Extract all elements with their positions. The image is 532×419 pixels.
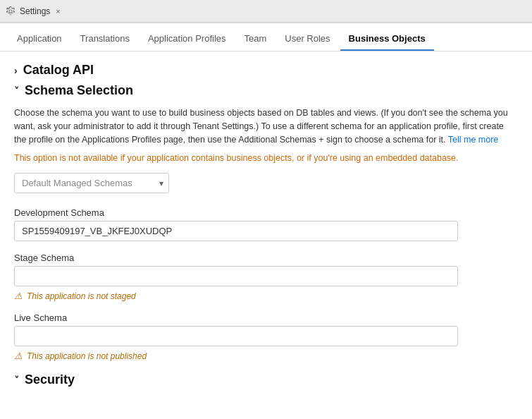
development-schema-label: Development Schema [14,207,518,218]
catalog-api-section-header[interactable]: › Catalog API [14,63,518,78]
security-section-header[interactable]: ˅ Security [14,372,518,387]
stage-schema-warning-text: This application is not staged [27,291,136,301]
chevron-down-icon-security: ˅ [14,375,19,386]
tab-application[interactable]: Application [8,28,70,51]
live-schema-input[interactable] [14,326,458,346]
tab-user-roles[interactable]: User Roles [276,28,338,51]
tab-team[interactable]: Team [236,28,276,51]
gear-icon [6,6,16,16]
stage-schema-warning: ⚠ This application is not staged [14,291,518,301]
tab-translations[interactable]: Translations [72,28,138,51]
chevron-right-icon: › [14,65,18,76]
schema-selection-title: Schema Selection [25,83,133,98]
warning-triangle-icon-2: ⚠ [14,351,23,361]
tell-me-more-link[interactable]: Tell me more [448,135,499,145]
tab-business-objects[interactable]: Business Objects [340,28,434,51]
stage-schema-label: Stage Schema [14,253,518,263]
live-schema-warning-text: This application is not published [27,351,147,361]
warning-triangle-icon: ⚠ [14,291,23,301]
schema-description-text: Choose the schema you want to use to bui… [14,108,508,145]
development-schema-input[interactable] [14,221,458,241]
stage-schema-group: Stage Schema ⚠ This application is not s… [14,253,518,301]
chevron-down-icon: ˅ [14,85,19,97]
development-schema-group: Development Schema [14,207,518,241]
schema-dropdown-container: Default Managed Schemas ▾ [14,173,169,193]
tab-close-button[interactable]: × [56,7,60,16]
live-schema-warning: ⚠ This application is not published [14,351,518,361]
schema-selection-header[interactable]: ˅ Schema Selection [14,83,518,98]
live-schema-label: Live Schema [14,312,518,323]
live-schema-group: Live Schema ⚠ This application is not pu… [14,312,518,361]
main-content: › Catalog API ˅ Schema Selection Choose … [0,51,532,407]
schema-description: Choose the schema you want to use to bui… [14,107,518,146]
security-title: Security [25,372,75,387]
tab-application-profiles[interactable]: Application Profiles [140,28,235,51]
schema-warning-text: This option is not available if your app… [14,153,518,163]
stage-schema-input[interactable] [14,266,458,286]
schema-dropdown[interactable]: Default Managed Schemas [14,173,169,193]
tab-title: Settings [20,6,50,16]
schema-selection-section: ˅ Schema Selection Choose the schema you… [14,83,518,361]
nav-tabs: Application Translations Application Pro… [0,23,532,51]
catalog-api-title: Catalog API [23,63,94,78]
